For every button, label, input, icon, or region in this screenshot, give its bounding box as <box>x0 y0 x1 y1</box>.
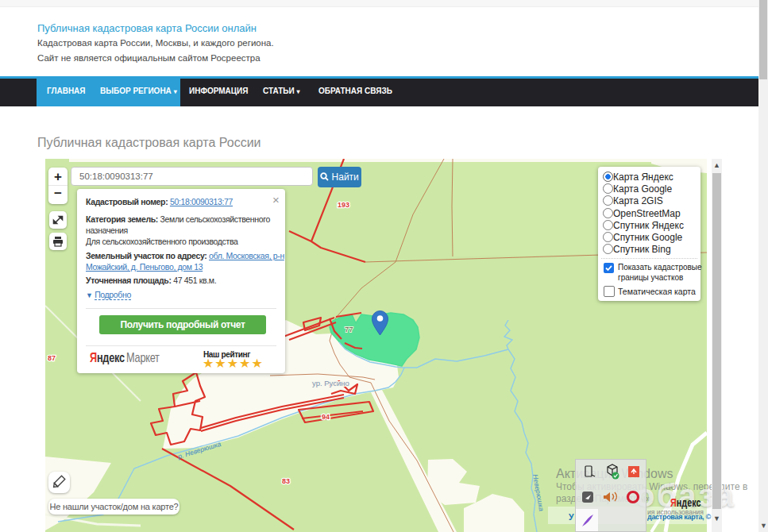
svg-text:87: 87 <box>48 354 56 362</box>
svg-text:ур. Русино: ур. Русино <box>312 379 349 387</box>
svg-text:94: 94 <box>322 413 330 421</box>
svg-text:193: 193 <box>338 201 349 209</box>
svg-text:83: 83 <box>282 477 290 485</box>
svg-text:77: 77 <box>345 325 353 333</box>
